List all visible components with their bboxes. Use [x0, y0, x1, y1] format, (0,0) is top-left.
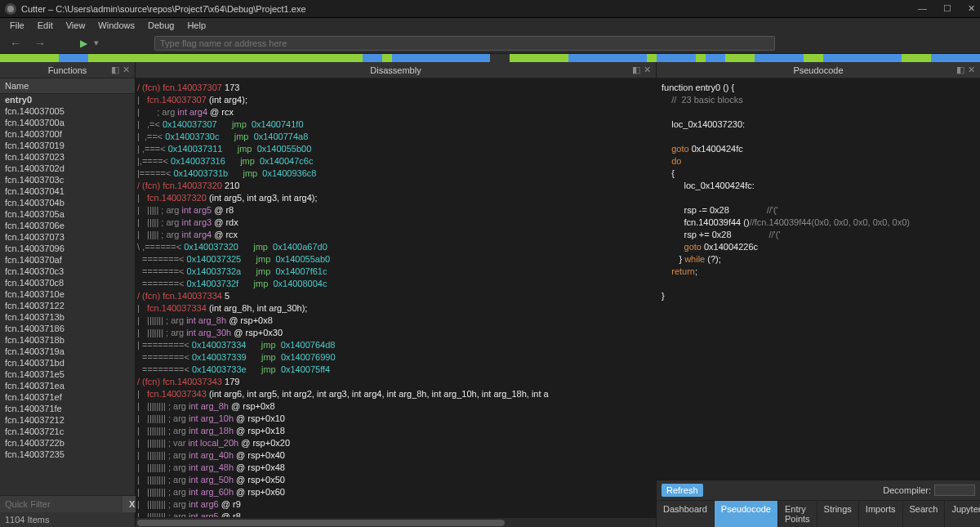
function-list-item[interactable]: fcn.1400371fe	[0, 403, 135, 414]
functions-panel-title: Functions	[48, 65, 87, 75]
flag-search-input[interactable]	[154, 36, 775, 51]
function-list-item[interactable]: fcn.14003705a	[0, 208, 135, 220]
function-list-item[interactable]: entry0	[0, 94, 135, 105]
close-icon[interactable]: ✕	[968, 3, 975, 14]
function-list-item[interactable]: fcn.14003722b	[0, 437, 135, 449]
functions-list[interactable]: entry0fcn.140037005fcn.14003700afcn.1400…	[0, 94, 135, 495]
function-list-item[interactable]: fcn.1400370c3	[0, 266, 135, 277]
menu-file[interactable]: File	[3, 20, 31, 30]
run-button[interactable]: ▶	[80, 38, 87, 49]
tab-jupyter[interactable]: Jupyter	[945, 501, 980, 527]
function-list-item[interactable]: fcn.140037019	[0, 140, 135, 151]
nav-segment[interactable]	[696, 54, 706, 62]
nav-segment[interactable]	[568, 54, 647, 62]
nav-segment[interactable]	[931, 54, 980, 62]
detach-icon[interactable]: ◧	[632, 65, 640, 75]
pseudocode-panel-title: Pseudocode	[793, 65, 843, 75]
nav-segment[interactable]	[755, 54, 804, 62]
nav-segment[interactable]	[363, 54, 382, 62]
function-list-item[interactable]: fcn.140037073	[0, 231, 135, 243]
menu-view[interactable]: View	[60, 20, 92, 30]
function-list-item[interactable]: fcn.14003702d	[0, 163, 135, 174]
function-list-item[interactable]: fcn.140037212	[0, 414, 135, 426]
function-list-item[interactable]: fcn.14003710e	[0, 288, 135, 300]
function-list-item[interactable]: fcn.140037005	[0, 105, 135, 117]
menubar: FileEditViewWindowsDebugHelp	[0, 18, 980, 33]
tab-imports[interactable]: Imports	[859, 501, 903, 527]
tab-strings[interactable]: Strings	[817, 501, 859, 527]
function-list-item[interactable]: fcn.14003718b	[0, 334, 135, 346]
tab-pseudocode[interactable]: Pseudocode	[715, 501, 778, 527]
function-list-item[interactable]: fcn.14003703c	[0, 174, 135, 185]
functions-name-column[interactable]: Name	[0, 78, 135, 94]
nav-segment[interactable]	[902, 54, 931, 62]
disassembly-panel-title: Disassembly	[370, 65, 421, 75]
window-title: Cutter – C:\Users\admin\source\repos\Pro…	[21, 4, 306, 14]
function-list-item[interactable]: fcn.1400371bd	[0, 357, 135, 368]
nav-segment[interactable]	[725, 54, 755, 62]
function-list-item[interactable]: fcn.1400371ef	[0, 391, 135, 403]
menu-help[interactable]: Help	[180, 20, 212, 30]
function-list-item[interactable]: fcn.140037041	[0, 185, 135, 197]
navigation-strip[interactable]	[0, 54, 980, 62]
horizontal-scrollbar[interactable]	[136, 517, 656, 527]
tab-search[interactable]: Search	[903, 501, 946, 527]
function-list-item[interactable]: fcn.140037122	[0, 300, 135, 311]
nav-segment[interactable]	[804, 54, 823, 62]
quick-filter-input[interactable]	[0, 496, 122, 512]
pseudocode-view[interactable]: function entry0 () { // 23 basic blocks …	[657, 78, 980, 480]
refresh-button[interactable]: Refresh	[662, 484, 703, 497]
detach-icon[interactable]: ◧	[956, 65, 964, 75]
disassembly-view[interactable]: / (fcn) fcn.140037307 173 | fcn.14003730…	[136, 78, 656, 517]
tab-dashboard[interactable]: Dashboard	[657, 501, 715, 527]
nav-segment[interactable]	[510, 54, 568, 62]
close-panel-icon[interactable]: ✕	[644, 65, 651, 75]
function-list-item[interactable]: fcn.14003704b	[0, 197, 135, 208]
nav-segment[interactable]	[59, 54, 88, 62]
detach-icon[interactable]: ◧	[111, 65, 119, 75]
menu-edit[interactable]: Edit	[31, 20, 60, 30]
nav-segment[interactable]	[490, 54, 510, 62]
function-list-item[interactable]: fcn.1400371ea	[0, 380, 135, 391]
decompiler-label: Decompiler:	[883, 485, 931, 495]
function-list-item[interactable]: fcn.1400371e5	[0, 368, 135, 380]
nav-segment[interactable]	[657, 54, 696, 62]
function-list-item[interactable]: fcn.140037235	[0, 449, 135, 460]
tab-entry-points[interactable]: Entry Points	[778, 501, 817, 527]
close-panel-icon[interactable]: ✕	[968, 65, 975, 75]
function-list-item[interactable]: fcn.14003721c	[0, 426, 135, 437]
decompiler-select[interactable]	[934, 485, 975, 496]
function-list-item[interactable]: fcn.14003700f	[0, 128, 135, 140]
menu-windows[interactable]: Windows	[91, 20, 141, 30]
step-over-icon[interactable]: ▾	[94, 38, 99, 48]
nav-segment[interactable]	[706, 54, 725, 62]
nav-segment[interactable]	[88, 54, 363, 62]
app-icon	[5, 3, 16, 15]
forward-button[interactable]: →	[31, 37, 49, 50]
function-list-item[interactable]: fcn.14003719a	[0, 346, 135, 357]
minimize-icon[interactable]: —	[918, 3, 927, 14]
function-list-item[interactable]: fcn.14003700a	[0, 117, 135, 128]
svg-point-0	[7, 6, 14, 12]
function-list-item[interactable]: fcn.14003706e	[0, 220, 135, 231]
nav-segment[interactable]	[647, 54, 657, 62]
function-list-item[interactable]: fcn.140037186	[0, 323, 135, 334]
close-panel-icon[interactable]: ✕	[122, 65, 130, 75]
nav-segment[interactable]	[0, 54, 59, 62]
maximize-icon[interactable]: ☐	[943, 3, 951, 14]
function-list-item[interactable]: fcn.1400370c8	[0, 277, 135, 288]
menu-debug[interactable]: Debug	[141, 20, 180, 30]
nav-segment[interactable]	[382, 54, 392, 62]
bottom-tabs: DashboardPseudocodeEntry PointsStringsIm…	[657, 501, 980, 527]
back-button[interactable]: ←	[7, 37, 24, 50]
function-list-item[interactable]: fcn.1400370af	[0, 254, 135, 266]
functions-count-status: 1104 Items	[0, 512, 135, 527]
function-list-item[interactable]: fcn.140037096	[0, 243, 135, 254]
nav-segment[interactable]	[823, 54, 902, 62]
nav-segment[interactable]	[392, 54, 490, 62]
function-list-item[interactable]: fcn.140037023	[0, 151, 135, 163]
function-list-item[interactable]: fcn.14003713b	[0, 311, 135, 323]
